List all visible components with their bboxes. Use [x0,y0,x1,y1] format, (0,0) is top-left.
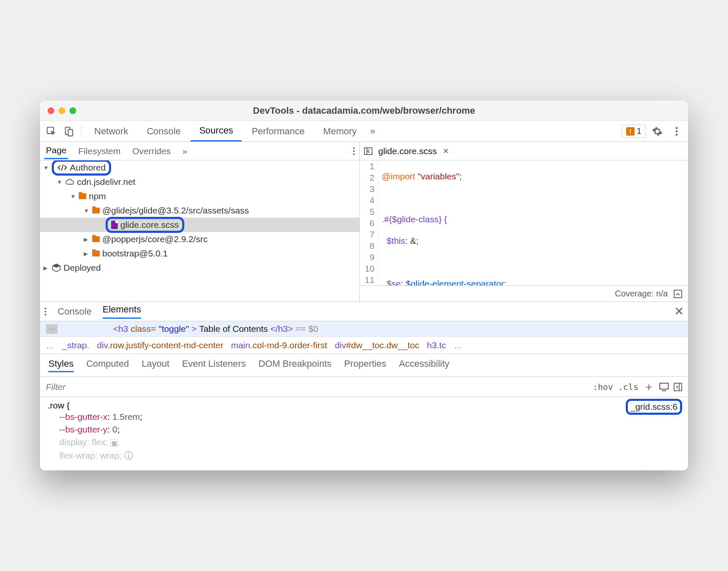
drawer-kebab-icon[interactable] [44,307,47,316]
computed-sidebar-icon[interactable] [659,383,669,391]
minimize-window-button[interactable] [58,107,65,114]
tree-deployed[interactable]: ▶ Deployed [40,261,359,275]
svg-point-3 [676,127,678,129]
breadcrumb: … _strap. div.row.justify-content-md-cen… [40,337,688,354]
tab-network[interactable]: Network [86,122,137,141]
drawer-tab-console[interactable]: Console [58,306,92,317]
source-link[interactable]: _grid.scss:6 [626,399,682,415]
traffic-lights [40,107,76,114]
crumb-h3[interactable]: h3.tc [427,340,446,350]
subtab-styles[interactable]: Styles [48,358,74,372]
folder-icon [92,236,100,242]
tab-console[interactable]: Console [138,122,189,141]
tab-performance[interactable]: Performance [243,122,313,141]
svg-point-5 [676,133,678,136]
nav-tab-overrides[interactable]: Overrides [130,144,172,159]
subtab-layout[interactable]: Layout [141,358,169,372]
disclosure-triangle-icon[interactable]: ▶ [84,236,90,243]
flex-badge-icon[interactable]: ▦ [110,439,118,447]
tabs-overflow[interactable]: » [367,122,379,141]
svg-point-7 [353,150,355,152]
styles-filter-input[interactable] [46,382,588,392]
crumb-row[interactable]: div.row.justify-content-md-center [97,340,223,350]
crumb-toc[interactable]: div#dw__toc.dw__toc [335,340,420,350]
cls-toggle[interactable]: .cls [618,382,638,392]
nav-tab-page[interactable]: Page [44,143,68,159]
device-toggle-icon[interactable] [61,123,77,139]
glidecore-label: glide.core.scss [120,220,179,230]
close-tab-icon[interactable]: ✕ [443,147,449,156]
tree-authored[interactable]: ▼ Authored [40,160,359,175]
close-drawer-icon[interactable]: ✕ [674,304,684,318]
subtab-properties[interactable]: Properties [344,358,386,372]
dom-selected-node[interactable]: ⋯ <h3 class="toggle">Table of Contents</… [40,321,688,337]
popper-label: @popperjs/core@2.9.2/src [102,234,207,244]
disclosure-triangle-icon[interactable]: ▼ [43,165,49,171]
titlebar: DevTools - datacadamia.com/web/browser/c… [40,101,688,121]
svg-point-8 [353,153,355,155]
info-icon[interactable]: ⓘ [124,451,133,460]
disclosure-triangle-icon[interactable]: ▼ [57,179,63,185]
editor-tabs: glide.core.scss ✕ [360,142,688,160]
devtools-window: DevTools - datacadamia.com/web/browser/c… [40,101,688,470]
code-icon [57,164,67,171]
code-editor[interactable]: 1234567891011 @import "variables"; .#{$g… [360,160,688,286]
tree-bootstrap[interactable]: ▶ bootstrap@5.0.1 [40,246,359,261]
close-window-button[interactable] [48,107,54,114]
tab-memory[interactable]: Memory [315,122,365,141]
subtab-dom-breakpoints[interactable]: DOM Breakpoints [258,358,332,372]
main-toolbar: Network Console Sources Performance Memo… [40,121,688,142]
folder-icon [92,208,100,213]
expand-drawer-icon[interactable] [674,290,682,298]
issues-badge[interactable]: ! 1 [622,125,646,138]
toggle-sidebar-icon[interactable] [674,383,682,391]
highlight-ring: Authored [52,160,111,176]
tree-glidecore[interactable]: ▼ glide.core.scss [40,218,359,232]
disclosure-triangle-icon[interactable]: ▼ [84,208,90,214]
folder-icon [79,193,86,199]
file-tree: ▼ Authored ▼ cdn.jsdelivr.net ▼ npm [40,160,359,302]
tab-sources[interactable]: Sources [191,121,242,141]
tree-popper[interactable]: ▶ @popperjs/core@2.9.2/src [40,232,359,246]
npm-label: npm [89,191,106,201]
show-navigator-icon[interactable] [364,147,372,155]
new-rule-icon[interactable]: ＋ [643,379,654,394]
nav-tabs-overflow[interactable]: » [181,144,189,159]
inspect-icon[interactable] [43,123,59,139]
disclosure-triangle-icon[interactable]: ▼ [70,193,76,200]
tree-cdn[interactable]: ▼ cdn.jsdelivr.net [40,175,359,189]
editor-filename[interactable]: glide.core.scss [378,146,437,156]
drawer-tab-elements[interactable]: Elements [103,304,141,319]
drawer-tabs: Console Elements ✕ [40,302,688,321]
svg-point-14 [45,314,46,315]
nav-kebab-icon[interactable] [353,147,355,156]
subtab-accessibility[interactable]: Accessibility [399,358,449,372]
subtab-computed[interactable]: Computed [86,358,129,372]
zoom-window-button[interactable] [69,107,76,114]
deployed-label: Deployed [64,263,101,273]
hov-toggle[interactable]: :hov [593,382,613,392]
highlight-ring: glide.core.scss [106,217,184,233]
nav-tab-filesystem[interactable]: Filesystem [77,144,122,159]
styles-subtabs: Styles Computed Layout Event Listeners D… [40,354,688,377]
authored-label: Authored [70,163,106,173]
settings-gear-icon[interactable] [649,123,665,139]
kebab-menu-icon[interactable] [669,123,685,139]
disclosure-triangle-icon[interactable]: ▶ [43,265,49,271]
svg-point-6 [353,147,355,149]
disclosure-triangle-icon[interactable]: ▶ [84,251,90,257]
folder-icon [92,251,100,256]
tree-glidejs[interactable]: ▼ @glidejs/glide@3.5.2/src/assets/sass [40,203,359,218]
editor-pane: glide.core.scss ✕ 1234567891011 @import … [360,142,688,302]
subtab-event-listeners[interactable]: Event Listeners [182,358,246,372]
crumb-ellipsis-end[interactable]: … [454,340,462,350]
file-icon [111,221,118,229]
crumb-main[interactable]: main.col-md-9.order-first [231,340,327,350]
crumb-strap[interactable]: _strap. [62,340,89,350]
rule-selector: .row { [48,400,680,411]
css-rule[interactable]: _grid.scss:6 .row { --bs-gutter-x: 1.5re… [40,397,688,462]
tree-npm[interactable]: ▼ npm [40,189,359,203]
crumb-ellipsis[interactable]: … [46,340,55,350]
collapsed-ancestors-icon[interactable]: ⋯ [46,324,58,334]
coverage-bar: Coverage: n/a [360,286,688,302]
